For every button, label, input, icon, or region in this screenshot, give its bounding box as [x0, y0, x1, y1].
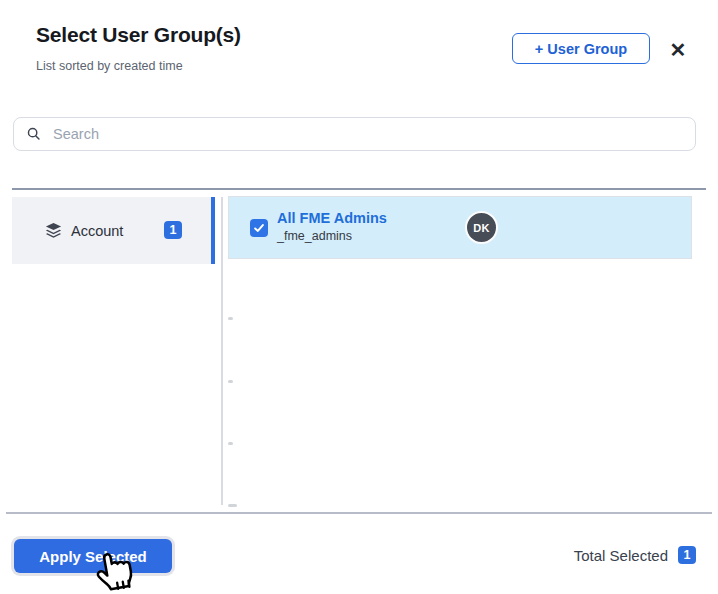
group-id-text: _fme_admins: [277, 229, 387, 243]
apply-selected-button[interactable]: Apply Selected: [14, 539, 172, 573]
group-name-link[interactable]: All FME Admins: [277, 210, 387, 226]
group-checkbox-checked[interactable]: [250, 219, 268, 237]
search-input[interactable]: [51, 125, 683, 143]
header-divider: [12, 188, 706, 190]
group-list-item[interactable]: All FME Admins _fme_admins DK: [228, 196, 692, 259]
page-title: Select User Group(s): [36, 23, 241, 47]
list-placeholder-dot: [228, 317, 233, 320]
footer-divider: [6, 512, 712, 514]
group-text: All FME Admins _fme_admins: [277, 210, 387, 243]
sidebar-item-account[interactable]: Account 1: [12, 197, 215, 264]
total-selected: Total Selected 1: [574, 546, 696, 564]
active-indicator-bar: [211, 197, 215, 264]
add-user-group-button[interactable]: + User Group: [512, 33, 650, 64]
sort-info-text: List sorted by created time: [36, 59, 183, 73]
sidebar-count-badge: 1: [164, 221, 182, 239]
checkmark-icon: [253, 222, 265, 234]
sidebar-item-label: Account: [71, 223, 123, 239]
close-icon[interactable]: ✕: [663, 35, 693, 65]
search-box[interactable]: [13, 117, 696, 151]
total-selected-badge: 1: [678, 546, 696, 564]
select-user-group-dialog: Select User Group(s) List sorted by crea…: [0, 0, 718, 594]
layers-icon: [44, 221, 63, 240]
search-icon: [26, 126, 42, 142]
list-placeholder-dot: [228, 380, 233, 383]
avatar: DK: [465, 211, 498, 244]
panel-divider: [221, 197, 223, 505]
list-placeholder-dot: [228, 442, 233, 445]
total-selected-label: Total Selected: [574, 547, 668, 564]
list-placeholder-dot: [228, 504, 237, 507]
